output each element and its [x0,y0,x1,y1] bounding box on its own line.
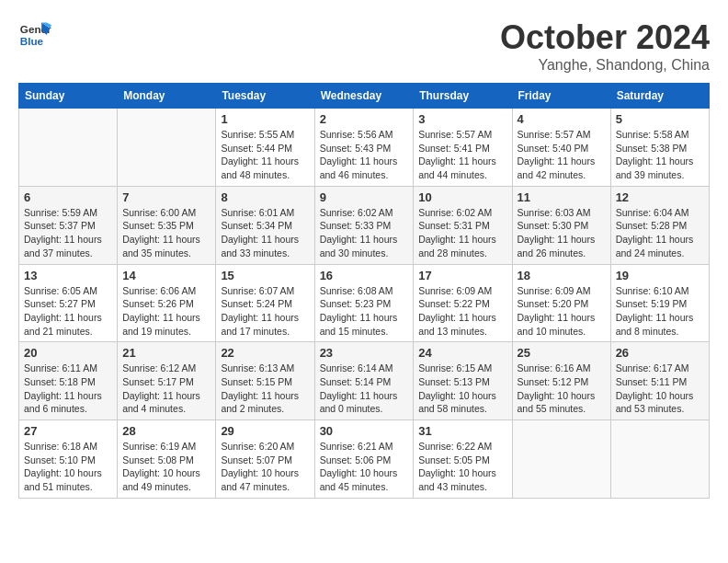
day-number: 29 [221,424,309,438]
calendar-header-row: SundayMondayTuesdayWednesdayThursdayFrid… [19,84,710,109]
column-header-sunday: Sunday [19,84,118,109]
day-number: 27 [24,424,112,438]
day-info: Sunrise: 6:04 AM Sunset: 5:28 PM Dayligh… [616,206,704,260]
day-info: Sunrise: 6:03 AM Sunset: 5:30 PM Dayligh… [518,206,606,260]
day-info: Sunrise: 6:08 AM Sunset: 5:23 PM Dayligh… [320,284,409,339]
calendar-cell: 12Sunrise: 6:04 AM Sunset: 5:28 PM Dayli… [610,186,709,264]
calendar-cell: 13Sunrise: 6:05 AM Sunset: 5:27 PM Dayli… [19,264,118,342]
page-subtitle: Yanghe, Shandong, China [500,57,710,74]
day-number: 7 [122,190,210,204]
day-number: 19 [616,269,704,282]
column-header-wednesday: Wednesday [314,84,414,109]
day-number: 22 [221,346,309,360]
day-info: Sunrise: 6:01 AM Sunset: 5:34 PM Dayligh… [221,206,309,260]
day-number: 12 [616,190,704,204]
calendar-cell: 11Sunrise: 6:03 AM Sunset: 5:30 PM Dayli… [512,186,610,264]
calendar-cell: 28Sunrise: 6:19 AM Sunset: 5:08 PM Dayli… [118,420,216,499]
svg-text:Blue: Blue [20,35,44,47]
calendar-cell: 31Sunrise: 6:22 AM Sunset: 5:05 PM Dayli… [414,420,512,499]
day-info: Sunrise: 6:06 AM Sunset: 5:26 PM Dayligh… [122,284,210,339]
logo-icon: General Blue [18,18,51,52]
calendar-cell: 9Sunrise: 6:02 AM Sunset: 5:33 PM Daylig… [314,186,414,264]
calendar-cell: 1Sunrise: 5:55 AM Sunset: 5:44 PM Daylig… [216,109,314,187]
day-info: Sunrise: 5:55 AM Sunset: 5:44 PM Dayligh… [221,128,309,182]
page-header: General Blue October 2024 Yanghe, Shando… [18,18,710,74]
day-info: Sunrise: 6:13 AM Sunset: 5:15 PM Dayligh… [221,362,309,416]
calendar-cell: 20Sunrise: 6:11 AM Sunset: 5:18 PM Dayli… [19,342,118,420]
calendar-week-row: 20Sunrise: 6:11 AM Sunset: 5:18 PM Dayli… [19,342,710,420]
calendar-cell [610,420,709,499]
calendar-week-row: 27Sunrise: 6:18 AM Sunset: 5:10 PM Dayli… [19,420,710,499]
calendar-week-row: 6Sunrise: 5:59 AM Sunset: 5:37 PM Daylig… [19,186,710,264]
day-number: 16 [320,269,409,282]
day-number: 15 [221,269,309,282]
day-info: Sunrise: 6:22 AM Sunset: 5:05 PM Dayligh… [418,440,506,494]
day-info: Sunrise: 5:59 AM Sunset: 5:37 PM Dayligh… [24,206,112,260]
calendar-cell: 8Sunrise: 6:01 AM Sunset: 5:34 PM Daylig… [216,186,314,264]
day-number: 23 [320,346,409,360]
calendar-cell: 17Sunrise: 6:09 AM Sunset: 5:22 PM Dayli… [414,264,512,342]
day-info: Sunrise: 6:09 AM Sunset: 5:20 PM Dayligh… [518,284,606,339]
day-number: 11 [518,190,606,204]
calendar-week-row: 13Sunrise: 6:05 AM Sunset: 5:27 PM Dayli… [19,264,710,342]
column-header-thursday: Thursday [414,84,512,109]
calendar-week-row: 1Sunrise: 5:55 AM Sunset: 5:44 PM Daylig… [19,109,710,187]
calendar-cell: 5Sunrise: 5:58 AM Sunset: 5:38 PM Daylig… [610,109,709,187]
day-info: Sunrise: 6:10 AM Sunset: 5:19 PM Dayligh… [616,284,704,339]
day-number: 6 [24,190,112,204]
day-number: 9 [320,190,409,204]
day-number: 31 [418,424,506,438]
calendar-cell: 19Sunrise: 6:10 AM Sunset: 5:19 PM Dayli… [610,264,709,342]
day-number: 30 [320,424,409,438]
day-info: Sunrise: 6:14 AM Sunset: 5:14 PM Dayligh… [320,362,409,416]
calendar-cell [512,420,610,499]
calendar-cell [19,109,118,187]
title-block: October 2024 Yanghe, Shandong, China [500,18,710,74]
day-info: Sunrise: 6:00 AM Sunset: 5:35 PM Dayligh… [122,206,210,260]
day-number: 5 [616,112,704,126]
day-info: Sunrise: 6:19 AM Sunset: 5:08 PM Dayligh… [122,440,210,494]
calendar-cell: 7Sunrise: 6:00 AM Sunset: 5:35 PM Daylig… [118,186,216,264]
column-header-friday: Friday [512,84,610,109]
day-number: 14 [122,269,210,282]
day-number: 4 [518,112,606,126]
day-number: 21 [122,346,210,360]
day-number: 17 [418,269,506,282]
calendar-cell: 24Sunrise: 6:15 AM Sunset: 5:13 PM Dayli… [414,342,512,420]
calendar-table: SundayMondayTuesdayWednesdayThursdayFrid… [18,83,710,499]
calendar-cell [118,109,216,187]
column-header-saturday: Saturday [610,84,709,109]
day-info: Sunrise: 6:07 AM Sunset: 5:24 PM Dayligh… [221,284,309,339]
calendar-cell: 30Sunrise: 6:21 AM Sunset: 5:06 PM Dayli… [314,420,414,499]
calendar-cell: 26Sunrise: 6:17 AM Sunset: 5:11 PM Dayli… [610,342,709,420]
day-number: 25 [518,346,606,360]
day-info: Sunrise: 5:57 AM Sunset: 5:41 PM Dayligh… [418,128,506,182]
day-info: Sunrise: 5:58 AM Sunset: 5:38 PM Dayligh… [616,128,704,182]
calendar-cell: 22Sunrise: 6:13 AM Sunset: 5:15 PM Dayli… [216,342,314,420]
day-info: Sunrise: 6:02 AM Sunset: 5:31 PM Dayligh… [418,206,506,260]
logo: General Blue [18,18,51,52]
calendar-cell: 3Sunrise: 5:57 AM Sunset: 5:41 PM Daylig… [414,109,512,187]
day-info: Sunrise: 6:18 AM Sunset: 5:10 PM Dayligh… [24,440,112,494]
day-number: 28 [122,424,210,438]
day-number: 3 [418,112,506,126]
day-number: 24 [418,346,506,360]
calendar-cell: 15Sunrise: 6:07 AM Sunset: 5:24 PM Dayli… [216,264,314,342]
day-number: 2 [320,112,409,126]
calendar-cell: 23Sunrise: 6:14 AM Sunset: 5:14 PM Dayli… [314,342,414,420]
day-info: Sunrise: 6:12 AM Sunset: 5:17 PM Dayligh… [122,362,210,416]
calendar-cell: 27Sunrise: 6:18 AM Sunset: 5:10 PM Dayli… [19,420,118,499]
calendar-cell: 16Sunrise: 6:08 AM Sunset: 5:23 PM Dayli… [314,264,414,342]
day-info: Sunrise: 6:16 AM Sunset: 5:12 PM Dayligh… [518,362,606,416]
day-number: 8 [221,190,309,204]
calendar-cell: 25Sunrise: 6:16 AM Sunset: 5:12 PM Dayli… [512,342,610,420]
day-info: Sunrise: 5:56 AM Sunset: 5:43 PM Dayligh… [320,128,409,182]
calendar-cell: 2Sunrise: 5:56 AM Sunset: 5:43 PM Daylig… [314,109,414,187]
day-info: Sunrise: 6:17 AM Sunset: 5:11 PM Dayligh… [616,362,704,416]
day-info: Sunrise: 6:15 AM Sunset: 5:13 PM Dayligh… [418,362,506,416]
calendar-cell: 18Sunrise: 6:09 AM Sunset: 5:20 PM Dayli… [512,264,610,342]
column-header-monday: Monday [118,84,216,109]
day-info: Sunrise: 6:09 AM Sunset: 5:22 PM Dayligh… [418,284,506,339]
day-info: Sunrise: 6:21 AM Sunset: 5:06 PM Dayligh… [320,440,409,494]
day-info: Sunrise: 5:57 AM Sunset: 5:40 PM Dayligh… [518,128,606,182]
